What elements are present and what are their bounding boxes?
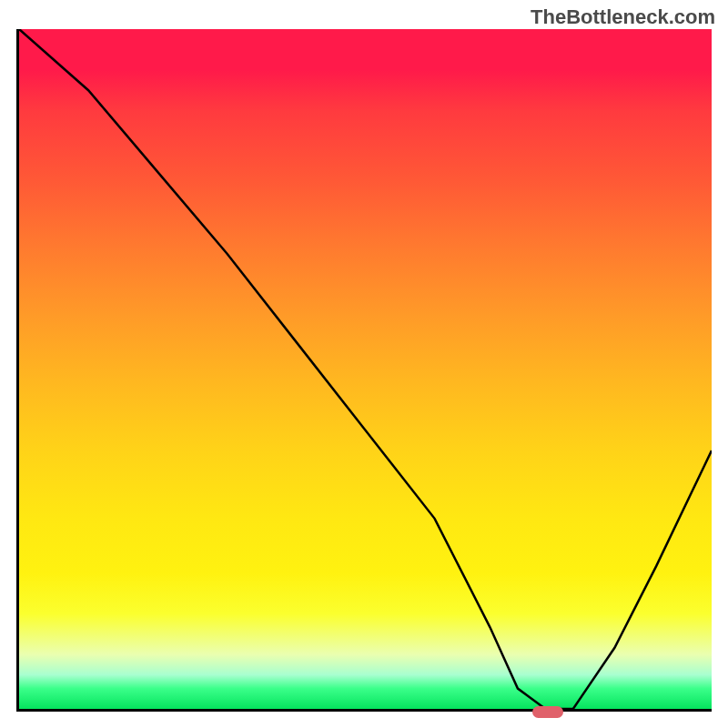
optimal-point-marker (532, 706, 563, 718)
watermark-text: TheBottleneck.com (531, 5, 715, 29)
bottleneck-curve (19, 29, 712, 709)
plot-area (16, 29, 712, 712)
